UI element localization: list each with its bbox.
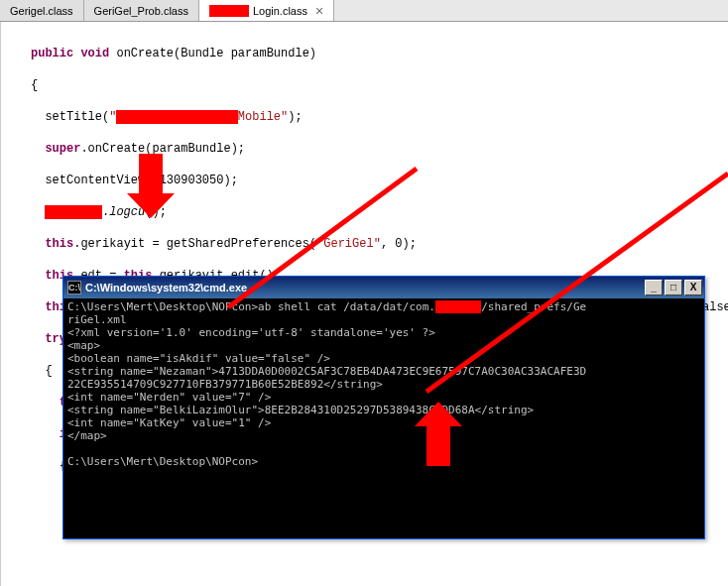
cmd-window[interactable]: C:\ C:\Windows\system32\cmd.exe _ □ X C:… [62,276,705,539]
cmd-title: C:\Windows\system32\cmd.exe [85,282,645,293]
editor-tabs: Gerigel.class GeriGel_Prob.class Login.c… [0,0,728,22]
close-button[interactable]: X [684,280,702,295]
redacted-block [209,5,249,17]
minimize-button[interactable]: _ [645,280,663,295]
tab-gerigelprob[interactable]: GeriGel_Prob.class [84,0,199,21]
cmd-titlebar[interactable]: C:\ C:\Windows\system32\cmd.exe _ □ X [63,277,704,298]
tab-login[interactable]: Login.class × [199,0,334,21]
cmd-icon: C:\ [67,281,81,294]
tab-gerigel[interactable]: Gerigel.class [0,0,84,21]
maximize-button[interactable]: □ [665,280,682,295]
cmd-output: C:\Users\Mert\Desktop\NOPcon>ab shell ca… [63,298,704,538]
close-icon[interactable]: × [315,3,323,19]
